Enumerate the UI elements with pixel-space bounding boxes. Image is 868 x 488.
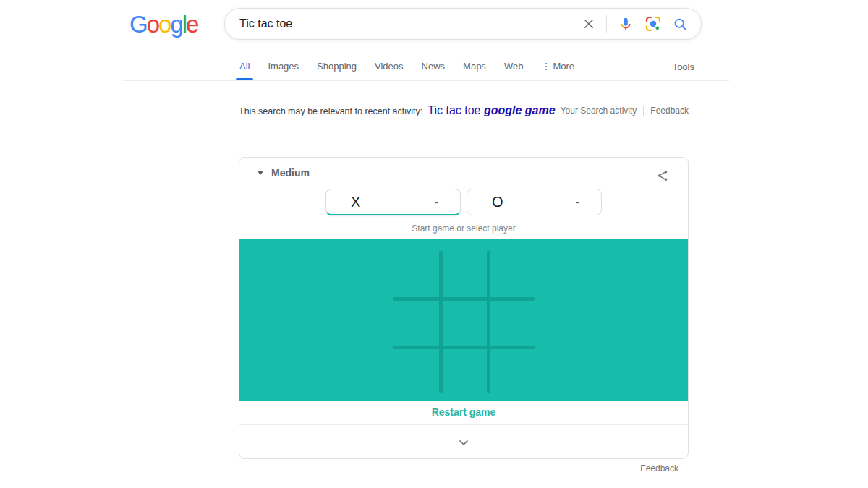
- tab-news[interactable]: News: [422, 61, 446, 73]
- tools-button[interactable]: Tools: [673, 61, 694, 72]
- activity-query-bold-text: google game: [484, 104, 556, 116]
- search-tabs: All Images Shopping Videos News Maps Web…: [239, 61, 574, 73]
- activity-query-link[interactable]: Tic tac toe google game: [427, 104, 555, 117]
- search-input[interactable]: [225, 17, 582, 30]
- share-icon[interactable]: [656, 168, 669, 185]
- player-o-symbol: O: [492, 194, 503, 210]
- activity-query-text: Tic tac toe: [427, 104, 480, 116]
- tab-more[interactable]: ⋮ More: [541, 61, 574, 73]
- google-logo[interactable]: Google: [129, 11, 197, 38]
- caret-down-icon: [258, 171, 263, 175]
- more-dots-icon: ⋮: [541, 61, 550, 72]
- logo-letter: o: [158, 11, 170, 38]
- search-bar-icons: [582, 15, 701, 33]
- player-x-symbol: X: [351, 194, 360, 210]
- your-search-activity-link[interactable]: Your Search activity: [561, 106, 637, 116]
- activity-links: Your Search activity Feedback: [561, 106, 689, 116]
- player-score-row: X - O -: [239, 189, 688, 215]
- logo-letter: e: [186, 11, 197, 38]
- grid-line-vertical-left: [439, 251, 443, 393]
- recent-activity-notice: This search may be relevant to recent ac…: [239, 104, 556, 117]
- search-icon[interactable]: [673, 17, 688, 32]
- tab-shopping[interactable]: Shopping: [317, 61, 357, 73]
- clear-icon[interactable]: [582, 17, 595, 30]
- restart-game-button[interactable]: Restart game: [239, 401, 688, 425]
- activity-feedback-link[interactable]: Feedback: [650, 106, 689, 116]
- player-o-score: -: [576, 196, 579, 208]
- tab-all[interactable]: All: [239, 61, 250, 73]
- search-bar[interactable]: [224, 8, 702, 40]
- tab-more-label: More: [553, 61, 574, 72]
- grid-line-horizontal-bottom: [393, 346, 535, 349]
- player-o-card[interactable]: O -: [467, 189, 602, 215]
- tab-videos[interactable]: Videos: [375, 61, 404, 73]
- search-bar-divider: [606, 15, 607, 33]
- microphone-icon[interactable]: [618, 16, 634, 32]
- tab-images[interactable]: Images: [268, 61, 299, 73]
- grid-line-horizontal-top: [393, 297, 535, 301]
- chevron-down-icon: [456, 435, 471, 450]
- activity-links-divider: [643, 106, 644, 116]
- tab-maps[interactable]: Maps: [463, 61, 486, 73]
- google-search-page: Google: [0, 0, 868, 488]
- player-x-score: -: [435, 196, 438, 208]
- tic-tac-toe-widget: Medium X - O - Start game or select play…: [239, 157, 689, 459]
- activity-prefix-text: This search may be relevant to recent ac…: [239, 106, 422, 116]
- difficulty-dropdown[interactable]: Medium: [258, 167, 310, 179]
- tabs-divider: [123, 80, 729, 81]
- grid-line-vertical-right: [487, 251, 490, 393]
- game-status-text: Start game or select player: [239, 223, 688, 234]
- expand-button[interactable]: [239, 426, 688, 458]
- difficulty-label: Medium: [271, 167, 310, 179]
- player-x-card[interactable]: X -: [326, 189, 461, 215]
- tab-web[interactable]: Web: [504, 61, 524, 73]
- logo-letter: o: [147, 11, 158, 38]
- google-lens-icon[interactable]: [644, 15, 662, 33]
- logo-letter: g: [170, 11, 182, 38]
- feedback-link[interactable]: Feedback: [640, 463, 678, 474]
- game-board[interactable]: [239, 239, 688, 401]
- logo-letter: G: [129, 11, 147, 38]
- widget-feedback: Feedback: [239, 463, 689, 474]
